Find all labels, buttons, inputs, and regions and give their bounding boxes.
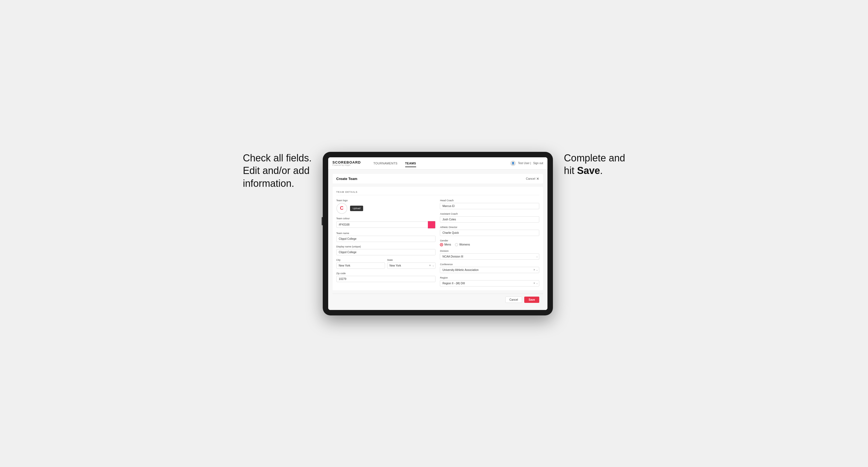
assistant-coach-field: Assistant Coach	[440, 213, 539, 223]
cancel-button[interactable]: Cancel	[505, 297, 522, 303]
gender-mens-label: Mens	[444, 243, 451, 246]
region-dropdown-wrapper: Region II - (M) DIII ✕ ⌄	[440, 280, 539, 286]
display-name-label: Display name (unique)	[336, 245, 436, 248]
region-select[interactable]: Region II - (M) DIII	[440, 280, 539, 286]
region-field: Region Region II - (M) DIII ✕ ⌄	[440, 276, 539, 286]
right-annotation: Complete and hit Save.	[564, 152, 625, 178]
conference-label: Conference	[440, 263, 539, 266]
gender-mens-radio[interactable]	[440, 243, 443, 246]
head-coach-label: Head Coach	[440, 199, 539, 202]
form-right: Head Coach Assistant Coach Athletic Dire…	[440, 199, 539, 286]
header-right: 👤 Test User | Sign out	[510, 161, 543, 166]
city-field: City	[336, 259, 385, 269]
conference-field: Conference University Athletic Associati…	[440, 263, 539, 273]
division-label: Division	[440, 250, 539, 252]
assistant-coach-label: Assistant Coach	[440, 213, 539, 215]
head-coach-field: Head Coach	[440, 199, 539, 209]
cancel-x-icon: ✕	[536, 177, 539, 181]
region-label: Region	[440, 276, 539, 279]
color-text-input[interactable]	[336, 221, 428, 228]
sign-out-link[interactable]: Sign out	[533, 162, 544, 165]
logo-letter: C	[340, 206, 343, 211]
logo-sub-text: Powered by clippit	[333, 164, 361, 166]
section-label: TEAM DETAILS	[336, 191, 539, 195]
athletic-director-label: Athletic Director	[440, 226, 539, 228]
gender-womens-label: Womens	[459, 243, 470, 246]
left-annotation: Check all fields. Edit and/or add inform…	[243, 152, 312, 190]
gender-womens-radio[interactable]	[455, 243, 458, 246]
user-avatar: 👤	[510, 161, 516, 166]
form-section: TEAM DETAILS Team logo C	[333, 187, 544, 290]
zip-label: Zip code	[336, 272, 436, 275]
gender-label: Gender	[440, 239, 539, 242]
page-header: Create Team Cancel ✕	[333, 174, 544, 184]
tablet-screen: SCOREBOARD Powered by clippit TOURNAMENT…	[328, 157, 548, 310]
city-state-row: City State New York	[336, 259, 436, 269]
logo-main-text: SCOREBOARD	[333, 161, 361, 164]
division-dropdown-wrapper: NCAA Division III ⌄	[440, 253, 539, 260]
team-name-field: Team name	[336, 232, 436, 242]
division-select[interactable]: NCAA Division III	[440, 253, 539, 260]
page-title: Create Team	[336, 177, 358, 181]
save-button[interactable]: Save	[524, 297, 539, 303]
athletic-director-input[interactable]	[440, 230, 539, 236]
logo-area: C Upload	[336, 203, 436, 214]
user-name: Test User |	[518, 162, 531, 165]
state-label: State	[387, 259, 436, 261]
form-grid: Team logo C Upload Team colo	[336, 199, 539, 286]
conference-select[interactable]: University Athletic Association	[440, 267, 539, 273]
app-logo: SCOREBOARD Powered by clippit	[333, 161, 361, 166]
gender-field: Gender Mens Womens	[440, 239, 539, 246]
display-name-field: Display name (unique)	[336, 245, 436, 255]
team-logo-field: Team logo C Upload	[336, 199, 436, 214]
cancel-top[interactable]: Cancel ✕	[526, 177, 539, 181]
logo-circle: C	[336, 203, 347, 214]
team-colour-label: Team colour	[336, 217, 436, 220]
conference-dropdown-wrapper: University Athletic Association ✕ ⌄	[440, 267, 539, 273]
gender-radio-group: Mens Womens	[440, 243, 539, 246]
division-field: Division NCAA Division III ⌄	[440, 250, 539, 260]
state-select[interactable]: New York	[387, 262, 436, 269]
tablet-device: SCOREBOARD Powered by clippit TOURNAMENT…	[323, 152, 553, 315]
city-label: City	[336, 259, 385, 261]
color-swatch[interactable]	[428, 221, 435, 228]
team-name-input[interactable]	[336, 236, 436, 242]
zip-field: Zip code	[336, 272, 436, 282]
tablet-side-button	[322, 217, 323, 225]
nav-tournaments[interactable]: TOURNAMENTS	[370, 159, 401, 167]
assistant-coach-input[interactable]	[440, 216, 539, 223]
form-left: Team logo C Upload Team colo	[336, 199, 436, 286]
city-input[interactable]	[336, 262, 385, 269]
color-input-wrapper	[336, 221, 436, 228]
zip-input[interactable]	[336, 276, 436, 282]
nav-teams[interactable]: TEAMS	[401, 159, 420, 167]
team-logo-label: Team logo	[336, 199, 436, 202]
gender-womens-option[interactable]: Womens	[455, 243, 470, 246]
main-nav: TOURNAMENTS TEAMS	[370, 159, 420, 167]
head-coach-input[interactable]	[440, 203, 539, 209]
state-select-wrapper: New York ✕ ⌄	[387, 262, 436, 269]
form-footer: Cancel Save	[333, 293, 544, 306]
team-name-label: Team name	[336, 232, 436, 235]
upload-button[interactable]: Upload	[350, 206, 364, 211]
city-state-field: City State New York	[336, 259, 436, 269]
display-name-input[interactable]	[336, 249, 436, 255]
main-content: Create Team Cancel ✕ TEAM DETAILS	[328, 169, 548, 310]
app-header: SCOREBOARD Powered by clippit TOURNAMENT…	[328, 157, 548, 169]
gender-mens-option[interactable]: Mens	[440, 243, 451, 246]
state-field: State New York ✕ ⌄	[387, 259, 436, 269]
athletic-director-field: Athletic Director	[440, 226, 539, 236]
team-colour-field: Team colour	[336, 217, 436, 228]
